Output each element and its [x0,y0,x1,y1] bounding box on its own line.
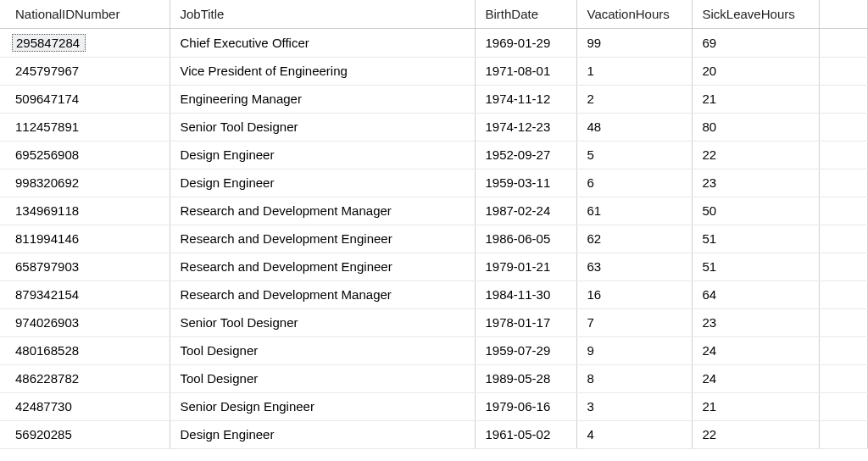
cell-vacation-hours[interactable]: 63 [576,253,692,280]
cell-sick-leave-hours[interactable]: 51 [692,253,819,280]
cell-sick-leave-hours[interactable]: 51 [692,225,819,253]
cell-job-title[interactable]: Design Engineer [170,169,475,197]
cell-national-id[interactable]: 998320692 [0,169,170,197]
column-header-national-id[interactable]: NationalIDNumber [0,0,170,28]
cell-vacation-hours[interactable]: 61 [576,197,692,225]
cell-birth-date[interactable]: 1984-11-30 [475,280,576,308]
cell-birth-date[interactable]: 1971-08-01 [475,57,576,85]
table-row[interactable]: 695256908Design Engineer1952-09-27522 [0,141,868,169]
cell-sick-leave-hours[interactable]: 80 [692,113,819,141]
cell-birth-date[interactable]: 1986-06-05 [475,225,576,253]
cell-job-title[interactable]: Research and Development Manager [170,280,475,308]
cell-job-title[interactable]: Senior Design Engineer [170,392,475,420]
cell-national-id[interactable]: 245797967 [0,57,170,85]
cell-national-id[interactable]: 658797903 [0,253,170,280]
cell-sick-leave-hours[interactable]: 24 [692,336,819,364]
table-row[interactable]: 245797967Vice President of Engineering19… [0,57,868,85]
table-row[interactable]: 879342154Research and Development Manage… [0,280,868,308]
cell-birth-date[interactable]: 1987-02-24 [475,197,576,225]
cell-birth-date[interactable]: 1974-12-23 [475,113,576,141]
cell-sick-leave-hours[interactable]: 24 [692,364,819,392]
cell-vacation-hours[interactable]: 62 [576,225,692,253]
cell-national-id[interactable]: 42487730 [0,392,170,420]
cell-vacation-hours[interactable]: 1 [576,57,692,85]
cell-value: 480168528 [15,342,82,358]
cell-vacation-hours[interactable]: 7 [576,308,692,336]
cell-job-title[interactable]: Tool Designer [170,364,475,392]
table-row[interactable]: 974026903Senior Tool Designer1978-01-177… [0,308,868,336]
column-header-birth-date[interactable]: BirthDate [475,0,576,28]
cell-sick-leave-hours[interactable]: 21 [692,392,819,420]
cell-birth-date[interactable]: 1989-05-28 [475,364,576,392]
cell-vacation-hours[interactable]: 48 [576,113,692,141]
cell-job-title[interactable]: Engineering Manager [170,85,475,113]
table-row[interactable]: 998320692Design Engineer1959-03-11623 [0,169,868,197]
table-row[interactable]: 486228782Tool Designer1989-05-28824 [0,364,868,392]
cell-vacation-hours[interactable]: 3 [576,392,692,420]
cell-sick-leave-hours[interactable]: 22 [692,420,819,448]
cell-birth-date[interactable]: 1979-01-21 [475,253,576,280]
cell-sick-leave-hours[interactable]: 22 [692,141,819,169]
cell-job-title[interactable]: Vice President of Engineering [170,57,475,85]
column-header-job-title[interactable]: JobTitle [170,0,475,28]
cell-job-title[interactable]: Tool Designer [170,336,475,364]
cell-national-id[interactable]: 480168528 [0,336,170,364]
results-grid[interactable]: NationalIDNumber JobTitle BirthDate Vaca… [0,0,868,449]
cell-sick-leave-hours[interactable]: 23 [692,308,819,336]
table-row[interactable]: 56920285Design Engineer1961-05-02422 [0,420,868,448]
cell-birth-date[interactable]: 1959-03-11 [475,169,576,197]
table-row[interactable]: 480168528Tool Designer1959-07-29924 [0,336,868,364]
cell-sick-leave-hours[interactable]: 64 [692,280,819,308]
table-row[interactable]: 134969118Research and Development Manage… [0,197,868,225]
table-row[interactable]: 42487730Senior Design Engineer1979-06-16… [0,392,868,420]
table-row[interactable]: 658797903Research and Development Engine… [0,253,868,280]
cell-value: 112457891 [15,119,82,135]
cell-value: 134969118 [15,203,82,219]
cell-birth-date[interactable]: 1961-05-02 [475,420,576,448]
cell-job-title[interactable]: Design Engineer [170,420,475,448]
cell-national-id[interactable]: 509647174 [0,85,170,113]
cell-sick-leave-hours[interactable]: 23 [692,169,819,197]
column-header-sick-leave-hours[interactable]: SickLeaveHours [692,0,819,28]
cell-sick-leave-hours[interactable]: 69 [692,28,819,57]
cell-vacation-hours[interactable]: 16 [576,280,692,308]
cell-national-id[interactable]: 134969118 [0,197,170,225]
cell-sick-leave-hours[interactable]: 20 [692,57,819,85]
cell-job-title[interactable]: Research and Development Engineer [170,253,475,280]
cell-vacation-hours[interactable]: 8 [576,364,692,392]
cell-vacation-hours[interactable]: 99 [576,28,692,57]
cell-vacation-hours[interactable]: 2 [576,85,692,113]
cell-national-id[interactable]: 486228782 [0,364,170,392]
cell-national-id[interactable]: 112457891 [0,113,170,141]
cell-birth-date[interactable]: 1979-06-16 [475,392,576,420]
cell-national-id[interactable]: 879342154 [0,280,170,308]
cell-national-id[interactable]: 811994146 [0,225,170,253]
cell-job-title[interactable]: Design Engineer [170,141,475,169]
cell-job-title[interactable]: Senior Tool Designer [170,308,475,336]
cell-job-title[interactable]: Senior Tool Designer [170,113,475,141]
table-row[interactable]: 112457891Senior Tool Designer1974-12-234… [0,113,868,141]
cell-vacation-hours[interactable]: 6 [576,169,692,197]
table-row[interactable]: 811994146Research and Development Engine… [0,225,868,253]
cell-job-title[interactable]: Chief Executive Officer [170,28,475,57]
cell-national-id[interactable]: 974026903 [0,308,170,336]
table-row[interactable]: 509647174Engineering Manager1974-11-1222… [0,85,868,113]
cell-vacation-hours[interactable]: 5 [576,141,692,169]
cell-job-title[interactable]: Research and Development Manager [170,197,475,225]
cell-national-id[interactable]: 695256908 [0,141,170,169]
cell-empty [819,197,868,225]
cell-birth-date[interactable]: 1952-09-27 [475,141,576,169]
cell-national-id[interactable]: 56920285 [0,420,170,448]
cell-sick-leave-hours[interactable]: 50 [692,197,819,225]
cell-birth-date[interactable]: 1969-01-29 [475,28,576,57]
cell-birth-date[interactable]: 1959-07-29 [475,336,576,364]
cell-national-id[interactable]: 295847284 [0,28,170,57]
cell-vacation-hours[interactable]: 4 [576,420,692,448]
cell-birth-date[interactable]: 1974-11-12 [475,85,576,113]
cell-birth-date[interactable]: 1978-01-17 [475,308,576,336]
column-header-vacation-hours[interactable]: VacationHours [576,0,692,28]
table-row[interactable]: 295847284Chief Executive Officer1969-01-… [0,28,868,57]
cell-vacation-hours[interactable]: 9 [576,336,692,364]
cell-job-title[interactable]: Research and Development Engineer [170,225,475,253]
cell-sick-leave-hours[interactable]: 21 [692,85,819,113]
